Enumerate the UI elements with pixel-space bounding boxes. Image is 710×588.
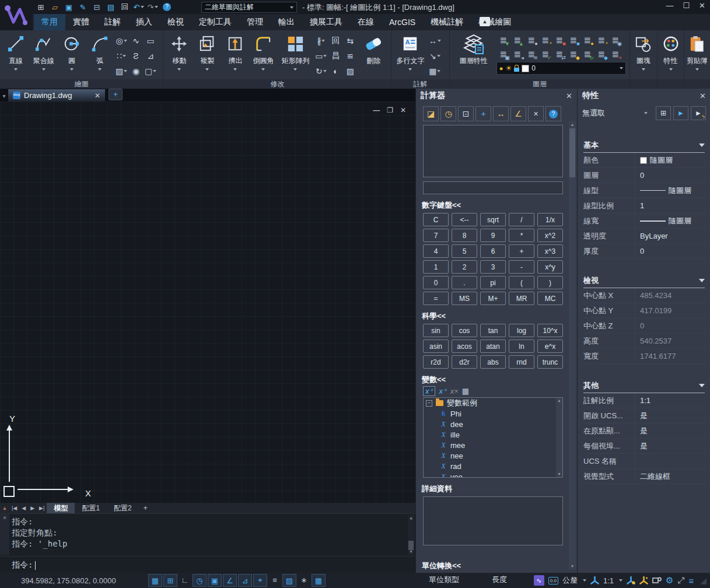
- layer-walk-icon[interactable]: ≣◉: [608, 33, 622, 47]
- calc-sci-button[interactable]: d2r: [452, 355, 477, 369]
- layer-on-icon[interactable]: ≣▲: [510, 33, 524, 47]
- rectangle-icon[interactable]: ▭: [144, 34, 158, 48]
- scrollbar-thumb[interactable]: [569, 128, 575, 177]
- spline-cv-icon[interactable]: Ƨ: [129, 49, 143, 63]
- fillet-button[interactable]: 倒圓角: [250, 32, 277, 79]
- ortho-icon[interactable]: ∟: [179, 574, 191, 586]
- calc-key-button[interactable]: -: [509, 260, 534, 274]
- scroll-up-icon[interactable]: ▲: [556, 398, 562, 404]
- move-button[interactable]: 移動: [166, 32, 193, 79]
- quick-properties-icon[interactable]: ∗: [298, 574, 310, 586]
- chevron-down-icon[interactable]: [583, 579, 586, 582]
- edit-variable-icon[interactable]: x⁺: [439, 387, 446, 396]
- app-logo[interactable]: [0, 0, 33, 30]
- mtext-button[interactable]: A 多行文字: [394, 32, 426, 79]
- chevron-down-icon[interactable]: [619, 579, 622, 582]
- collapse-icon[interactable]: −: [426, 400, 432, 407]
- calc-key-button[interactable]: 9: [480, 229, 506, 242]
- clear-history-icon[interactable]: ◷: [440, 106, 456, 121]
- property-value[interactable]: 是: [635, 441, 707, 452]
- ribbon-tab[interactable]: 在線: [350, 14, 382, 30]
- file-tab-close-icon[interactable]: ✕: [95, 92, 100, 100]
- new-drawing-tab-button[interactable]: +: [109, 89, 123, 100]
- batch-plot-icon[interactable]: ⊟: [91, 2, 103, 13]
- lineweight-icon[interactable]: ≡: [268, 574, 281, 586]
- command-history[interactable]: 指令:指定對角點:指令: '_help: [12, 516, 397, 554]
- variable-item[interactable]: X vee: [424, 471, 562, 478]
- rotate-icon[interactable]: ↻: [314, 64, 328, 78]
- property-value[interactable]: 540.2537: [635, 337, 707, 345]
- section-header-misc[interactable]: 其他: [583, 380, 705, 393]
- calculator-input-icon[interactable]: ▦: [462, 387, 469, 396]
- layer-properties-button[interactable]: 圖層特性: [452, 32, 495, 79]
- prev-layout-icon[interactable]: ◀: [19, 505, 28, 511]
- paste-to-commandline-icon[interactable]: ⊡: [458, 106, 474, 121]
- layout-tab[interactable]: +: [139, 503, 152, 513]
- layer-on-all-icon[interactable]: ≣●: [580, 33, 594, 47]
- save-icon[interactable]: ▣: [63, 2, 75, 13]
- new-drawing-icon[interactable]: ⊞: [35, 2, 47, 13]
- command-input[interactable]: 指令:: [0, 556, 427, 574]
- section-header-basic[interactable]: 基本: [583, 140, 705, 153]
- annotation-scale-value[interactable]: 1:1: [603, 576, 614, 585]
- variable-item[interactable]: X dee: [424, 419, 562, 429]
- calc-sci-button[interactable]: ln: [509, 340, 534, 353]
- scroll-down-icon[interactable]: ▼: [408, 549, 414, 555]
- calc-key-button[interactable]: =: [423, 292, 449, 305]
- calc-key-button[interactable]: C: [423, 213, 449, 226]
- ribbon-tab[interactable]: ArcGIS: [382, 14, 423, 30]
- calc-key-button[interactable]: ): [537, 276, 563, 289]
- property-value[interactable]: 1741.6177: [635, 352, 707, 360]
- layer-current-icon[interactable]: ≣✓: [538, 47, 552, 61]
- property-value[interactable]: 是: [635, 426, 707, 436]
- scroll-down-icon[interactable]: ▼: [569, 563, 576, 569]
- gear-icon[interactable]: ⚙: [666, 575, 673, 586]
- ribbon-tab[interactable]: 插入: [128, 14, 160, 30]
- scroll-up-icon[interactable]: ▲: [569, 121, 576, 128]
- variable-item[interactable]: X mee: [424, 440, 562, 450]
- undo-icon[interactable]: ↶: [133, 2, 145, 13]
- center-mark-icon[interactable]: ◎: [114, 34, 128, 48]
- save-as-icon[interactable]: ✎: [77, 2, 89, 13]
- close-button[interactable]: ✕: [699, 1, 705, 10]
- calculator-input-box[interactable]: [423, 181, 563, 194]
- file-tabs-menu-icon[interactable]: ▾: [0, 93, 8, 99]
- chevron-down-icon[interactable]: [644, 112, 648, 114]
- layer-dropdown[interactable]: ● ☀ 0: [496, 62, 626, 75]
- calc-key-button[interactable]: 2: [452, 260, 477, 274]
- layer-match-icon[interactable]: ≣▣: [496, 47, 510, 61]
- calc-key-button[interactable]: x^2: [537, 229, 563, 242]
- layer-change-icon[interactable]: ≣⇄: [552, 47, 566, 61]
- ribbon-tab[interactable]: 機械註解: [423, 14, 471, 30]
- layer-restore-icon[interactable]: ≣↻: [580, 47, 594, 61]
- quick-select-icon[interactable]: ►ϟ: [691, 106, 706, 120]
- leader-icon[interactable]: ↘: [428, 49, 442, 63]
- ribbon-tab[interactable]: 機械繪圖: [471, 14, 519, 30]
- scale-icon[interactable]: ▭: [314, 49, 328, 63]
- doc-restore-button[interactable]: ❐: [387, 106, 393, 114]
- clear-icon[interactable]: ◪: [423, 106, 439, 121]
- annotation-scale-icon[interactable]: [590, 576, 599, 584]
- calculator-scrollbar[interactable]: ▲ ▼: [569, 121, 576, 569]
- snap-icon[interactable]: ⊞: [163, 574, 177, 587]
- property-value[interactable]: 0: [635, 171, 707, 180]
- delete-variable-icon[interactable]: x×: [450, 387, 459, 396]
- drawing-canvas[interactable]: — ❐ ✕ Y X: [0, 102, 415, 503]
- layer-thaw-icon[interactable]: ≣*: [538, 33, 552, 47]
- print-icon[interactable]: ▤: [105, 2, 117, 13]
- calc-key-button[interactable]: sqrt: [480, 213, 506, 226]
- layer-freeze-icon[interactable]: ≣●: [524, 33, 538, 47]
- arc-button[interactable]: 弧: [86, 32, 113, 79]
- hatch-icon[interactable]: ▨: [114, 64, 128, 78]
- ribbon-tab[interactable]: 註解: [97, 14, 128, 30]
- clipboard-button[interactable]: 剪貼簿: [684, 32, 710, 79]
- copy-button[interactable]: 複製: [194, 32, 221, 79]
- fullscreen-icon[interactable]: ⤢: [677, 575, 684, 586]
- calc-key-button[interactable]: x^y: [537, 260, 563, 274]
- polar-icon[interactable]: ◷: [193, 574, 207, 587]
- calc-key-button[interactable]: 6: [480, 244, 506, 258]
- layer-isolate-icon[interactable]: ≣◆: [566, 47, 580, 61]
- calc-key-button[interactable]: 4: [423, 244, 449, 258]
- dynamic-ucs-icon[interactable]: ⊿: [238, 574, 252, 587]
- next-layout-icon[interactable]: ▶: [28, 505, 37, 511]
